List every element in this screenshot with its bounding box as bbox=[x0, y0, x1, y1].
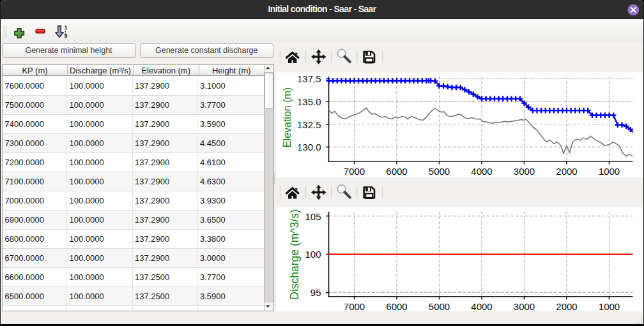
svg-text:105: 105 bbox=[305, 211, 321, 222]
svg-text:132.5: 132.5 bbox=[297, 119, 321, 130]
svg-text:9: 9 bbox=[65, 33, 68, 39]
svg-text:1000: 1000 bbox=[599, 166, 620, 177]
svg-text:95: 95 bbox=[310, 287, 321, 298]
svg-text:6000: 6000 bbox=[386, 301, 407, 312]
svg-text:137.5: 137.5 bbox=[297, 73, 321, 84]
svg-text:Discharge (m^3/s): Discharge (m^3/s) bbox=[288, 209, 301, 299]
svg-text:7000: 7000 bbox=[344, 301, 365, 312]
svg-text:5000: 5000 bbox=[429, 166, 450, 177]
svg-text:3000: 3000 bbox=[514, 166, 535, 177]
svg-text:5000: 5000 bbox=[429, 301, 450, 312]
svg-text:2000: 2000 bbox=[556, 166, 577, 177]
svg-text:6000: 6000 bbox=[386, 166, 407, 177]
svg-text:Elevation (m): Elevation (m) bbox=[282, 87, 293, 147]
svg-text:2000: 2000 bbox=[556, 301, 577, 312]
svg-text:130.0: 130.0 bbox=[297, 142, 321, 152]
svg-text:4000: 4000 bbox=[471, 166, 492, 177]
svg-text:7000: 7000 bbox=[344, 166, 365, 177]
svg-text:135.0: 135.0 bbox=[297, 96, 321, 107]
svg-text:3000: 3000 bbox=[514, 301, 535, 312]
svg-text:100: 100 bbox=[305, 249, 321, 260]
svg-text:4000: 4000 bbox=[471, 301, 492, 312]
svg-text:1: 1 bbox=[65, 25, 68, 31]
svg-text:1000: 1000 bbox=[599, 301, 620, 312]
